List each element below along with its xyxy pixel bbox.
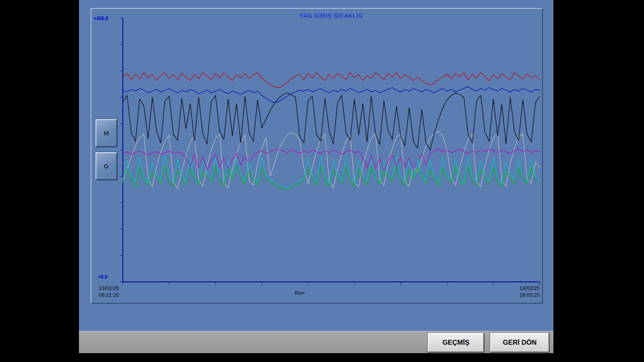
- x-axis-end-timestamp: 13/02/25 18:05:20: [519, 285, 540, 298]
- x-axis-end-time: 18:05:20: [519, 292, 540, 298]
- trend-line-black: [123, 93, 540, 150]
- trend-line-red: [123, 72, 540, 87]
- trend-line-magenta: [123, 149, 540, 170]
- x-axis-start-time: 06:21:20: [99, 292, 119, 298]
- m-button[interactable]: M: [95, 119, 117, 147]
- run-status-label: Run: [288, 290, 312, 296]
- history-button[interactable]: GEÇMİŞ: [428, 333, 484, 352]
- g-button[interactable]: G: [95, 152, 117, 180]
- bottom-bar: GEÇMİŞ GERİ DÖN: [79, 331, 553, 353]
- trend-chart-panel: YAG GIRIS SICAKLIG +300.0 +0.0 M G 13/02…: [91, 8, 543, 304]
- x-axis-start-timestamp: 13/02/25 06:21:20: [99, 285, 119, 298]
- x-axis-end-date: 13/02/25: [519, 285, 540, 292]
- back-button[interactable]: GERİ DÖN: [490, 333, 549, 352]
- x-axis-start-date: 13/02/25: [99, 285, 119, 292]
- hmi-screen: YAG GIRIS SICAKLIG +300.0 +0.0 M G 13/02…: [79, 0, 553, 353]
- trend-plot: [91, 9, 542, 303]
